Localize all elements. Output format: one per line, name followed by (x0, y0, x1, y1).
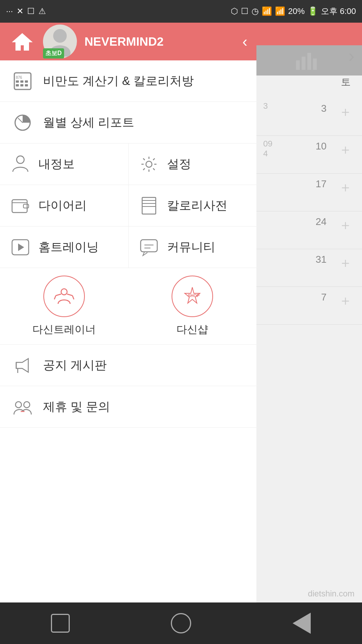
watermark-text: dietshin.com (308, 589, 354, 598)
menu-label-settings: 설정 (167, 156, 191, 173)
cal-date-31: 31 (310, 251, 333, 268)
svg-rect-14 (25, 84, 28, 86)
chart-pie-icon (11, 111, 34, 134)
svg-point-5 (53, 29, 67, 43)
menu-item-calorie-dict[interactable]: 칼로리사전 (129, 185, 257, 226)
svg-point-18 (146, 161, 152, 167)
stats-icon-area (249, 45, 362, 75)
cal-add-5[interactable]: ＋ (333, 251, 358, 275)
watermark: dietshin.com (308, 589, 354, 599)
nav-triangle-icon (293, 613, 311, 634)
svg-point-30 (61, 289, 67, 295)
menu-item-myinfo[interactable]: 내정보 (0, 143, 129, 185)
avatar[interactable]: 초보D (43, 25, 77, 59)
nav-back-button[interactable] (287, 608, 317, 638)
status-bar: ··· ✕ ☐ ⚠ ⬡ ☐ ◷ 📶 📶 20% 🔋 오후 6:00 (0, 0, 362, 23)
drawer-close-button[interactable]: ‹ (242, 33, 247, 50)
menu-row-info-settings: 내정보 설정 (0, 143, 256, 185)
menu-item-dashin-trainer[interactable]: 다신트레이너 (0, 276, 128, 337)
menu-item-community[interactable]: 커뮤니티 (129, 226, 257, 268)
navigation-bar (0, 602, 362, 644)
handshake-icon (11, 396, 34, 418)
wallet-icon (9, 194, 32, 217)
wifi-icon: 📶 (262, 6, 272, 16)
svg-rect-0 (296, 60, 300, 70)
svg-rect-3 (313, 59, 317, 70)
megaphone-icon (11, 354, 34, 377)
calendar-row-5: 31 ＋ (249, 249, 362, 287)
level-badge: 초보D (43, 48, 64, 59)
play-icon (9, 236, 32, 259)
nav-square-icon (51, 614, 70, 633)
svg-rect-10 (20, 80, 23, 83)
svg-rect-20 (23, 204, 29, 208)
trainer-icon (43, 276, 85, 317)
svg-rect-13 (20, 84, 23, 86)
cal-date-7: 7 (315, 288, 333, 306)
chat-icon (138, 236, 160, 259)
menu-row-training-community: 홈트레이닝 커뮤니티 (0, 226, 256, 268)
drawer-header: 초보D NEVERMIND2 ‹ (0, 23, 256, 60)
status-warn-icon: ⚠ (38, 6, 46, 16)
menu-label-home-training: 홈트레이닝 (38, 239, 99, 256)
battery-icon: 🔋 (308, 6, 318, 16)
status-x-icon: ✕ (17, 6, 23, 16)
svg-rect-2 (307, 53, 311, 70)
cal-date-24: 24 (310, 213, 333, 231)
svg-point-17 (17, 156, 24, 163)
gear-icon (138, 153, 160, 176)
menu-item-report[interactable]: 월별 상세 리포트 (0, 102, 256, 143)
menu-item-dashin-shop[interactable]: SHOP 다신샵 (128, 276, 256, 337)
menu-row-circles: 다신트레이너 SHOP 다신샵 (0, 268, 256, 345)
battery-percent: 20% (288, 6, 305, 16)
menu-label-report: 월별 상세 리포트 (43, 114, 134, 131)
menu-label-notice: 공지 게시판 (43, 357, 107, 374)
cal-add-3[interactable]: ＋ (333, 175, 358, 200)
menu-item-diary[interactable]: 다이어리 (0, 185, 129, 226)
calendar-row-6: 7 ＋ (249, 287, 362, 325)
svg-rect-12 (16, 84, 19, 86)
phone-icon: ☐ (241, 6, 248, 16)
cal-add-1[interactable]: ＋ (333, 100, 358, 124)
menu-item-notice[interactable]: 공지 게시판 (0, 345, 256, 386)
book-icon (138, 194, 160, 217)
nav-circle-icon (171, 613, 191, 633)
menu-label-dashin-shop: 다신샵 (176, 322, 208, 337)
menu-label-bmi: 비만도 계산기 & 칼로리처방 (43, 73, 194, 89)
menu-item-contact[interactable]: 제휴 및 문의 (0, 386, 256, 428)
menu-item-home-training[interactable]: 홈트레이닝 (0, 226, 129, 268)
cal-add-2[interactable]: ＋ (333, 137, 358, 162)
nav-home-button[interactable] (166, 608, 196, 638)
menu-label-diary: 다이어리 (38, 197, 87, 214)
side-drawer: 초보D NEVERMIND2 ‹ 876 비만도 계산기 & 칼로리처방 (0, 23, 256, 644)
menu-item-bmi[interactable]: 876 비만도 계산기 & 칼로리처방 (0, 60, 256, 102)
person-icon (9, 153, 32, 176)
cal-add-6[interactable]: ＋ (333, 288, 358, 313)
svg-rect-27 (141, 240, 157, 252)
menu-label-community: 커뮤니티 (167, 239, 215, 256)
svg-line-16 (18, 118, 23, 123)
menu-item-settings[interactable]: 설정 (129, 143, 257, 185)
svg-rect-11 (25, 80, 28, 83)
status-icons-right: ⬡ ☐ ◷ 📶 📶 20% 🔋 오후 6:00 (231, 6, 356, 17)
cal-date-10: 10 (310, 137, 333, 155)
username-label: NEVERMIND2 (84, 35, 235, 49)
calendar-nav-right[interactable]: › (348, 45, 354, 66)
status-dots-icon: ··· (6, 6, 13, 16)
cal-extra-numbers: 3 094 (260, 98, 298, 249)
svg-point-36 (15, 402, 21, 408)
cal-date-3: 3 (315, 100, 333, 117)
svg-marker-26 (18, 243, 24, 251)
menu-list: 876 비만도 계산기 & 칼로리처방 월별 상세 (0, 60, 256, 602)
home-button[interactable] (9, 28, 35, 55)
time-display: 오후 6:00 (321, 6, 356, 17)
menu-label-contact: 제휴 및 문의 (43, 399, 110, 415)
calculator-icon: 876 (11, 70, 34, 92)
nav-recent-apps-button[interactable] (45, 608, 75, 638)
clock-icon: ◷ (252, 6, 259, 16)
status-box-icon: ☐ (27, 6, 35, 16)
cal-date-17: 17 (310, 175, 333, 193)
cal-add-4[interactable]: ＋ (333, 213, 358, 237)
svg-rect-9 (16, 80, 19, 83)
svg-rect-1 (302, 57, 305, 70)
